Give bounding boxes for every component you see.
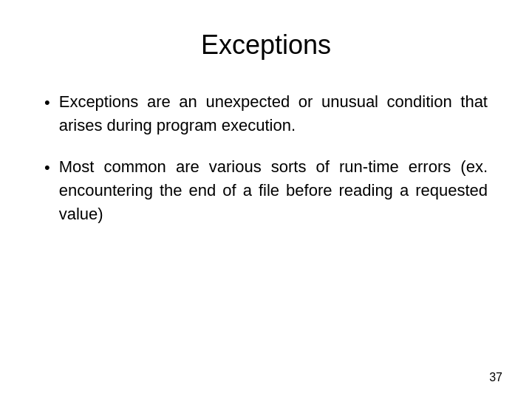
bullet-item-1: • Exceptions are an unexpected or unusua… (44, 90, 488, 137)
bullet-item-2: • Most common are various sorts of run-t… (44, 155, 488, 226)
page-number: 37 (489, 371, 502, 384)
bullet-dot-1: • (44, 92, 50, 115)
slide-title: Exceptions (44, 30, 488, 61)
bullet-text-2: Most common are various sorts of run-tim… (59, 155, 488, 226)
bullet-dot-2: • (44, 157, 50, 180)
slide: Exceptions • Exceptions are an unexpecte… (0, 0, 532, 399)
slide-content: • Exceptions are an unexpected or unusua… (44, 90, 488, 369)
bullet-text-1: Exceptions are an unexpected or unusual … (59, 90, 488, 137)
